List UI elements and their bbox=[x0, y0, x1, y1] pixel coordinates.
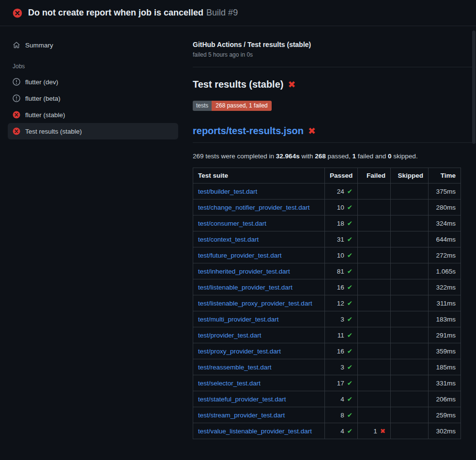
passed-cell: 10✔ bbox=[325, 247, 358, 263]
time-cell: 644ms bbox=[429, 231, 461, 247]
suite-link[interactable]: test/proxy_provider_test.dart bbox=[198, 348, 281, 355]
passed-cell: 3✔ bbox=[325, 311, 358, 327]
suite-link[interactable]: test/listenable_provider_test.dart bbox=[198, 284, 292, 291]
passed-count: 4 bbox=[340, 396, 344, 403]
time-cell: 272ms bbox=[429, 247, 461, 263]
passed-cell: 11✔ bbox=[325, 327, 358, 343]
suite-cell: test/stateful_provider_test.dart bbox=[193, 391, 325, 407]
fail-cross-icon: ✖ bbox=[308, 126, 316, 136]
results-table-body: test/builder_test.dart24✔375mstest/chang… bbox=[193, 184, 461, 439]
table-row: test/proxy_provider_test.dart16✔359ms bbox=[193, 343, 461, 359]
passed-count: 16 bbox=[337, 284, 344, 291]
failed-cell bbox=[358, 199, 391, 215]
suite-cell: test/proxy_provider_test.dart bbox=[193, 343, 325, 359]
report-link[interactable]: reports/test-results.json bbox=[193, 125, 304, 137]
table-row: test/future_provider_test.dart10✔272ms bbox=[193, 247, 461, 263]
sidebar-item-test-results-stable[interactable]: Test results (stable) bbox=[8, 123, 178, 139]
passed-count: 81 bbox=[337, 268, 344, 275]
table-row: test/inherited_provider_test.dart81✔1.06… bbox=[193, 263, 461, 279]
failed-cell bbox=[358, 279, 391, 295]
sidebar-item-label: Test results (stable) bbox=[25, 128, 82, 135]
suite-link[interactable]: test/change_notifier_provider_test.dart bbox=[198, 204, 309, 211]
suite-link[interactable]: test/value_listenable_provider_test.dart bbox=[198, 428, 312, 435]
summary-text: skipped. bbox=[392, 153, 418, 160]
suite-cell: test/future_provider_test.dart bbox=[193, 247, 325, 263]
suite-cell: test/listenable_provider_test.dart bbox=[193, 279, 325, 295]
check-icon: ✔ bbox=[347, 284, 353, 291]
table-row: test/selector_test.dart17✔331ms bbox=[193, 375, 461, 391]
time-cell: 206ms bbox=[429, 391, 461, 407]
sidebar-item-label: flutter (stable) bbox=[25, 111, 65, 119]
skipped-cell bbox=[391, 391, 429, 407]
check-icon: ✔ bbox=[347, 332, 353, 339]
suite-cell: test/stream_provider_test.dart bbox=[193, 407, 325, 423]
suite-link[interactable]: test/selector_test.dart bbox=[198, 380, 261, 387]
sidebar-item-label: Summary bbox=[25, 42, 53, 49]
suite-link[interactable]: test/builder_test.dart bbox=[198, 188, 257, 195]
suite-link[interactable]: test/future_provider_test.dart bbox=[198, 252, 282, 259]
passed-count: 31 bbox=[337, 236, 344, 243]
passed-count: 10 bbox=[337, 204, 344, 211]
passed-cell: 8✔ bbox=[325, 407, 358, 423]
sidebar-item-label: flutter (beta) bbox=[25, 95, 61, 102]
failed-cell bbox=[358, 184, 391, 199]
build-title: Do not create report when job is cancell… bbox=[28, 8, 203, 17]
passed-count: 8 bbox=[340, 412, 344, 419]
home-icon bbox=[13, 41, 20, 49]
passed-count: 10 bbox=[337, 252, 344, 259]
summary-failed-count: 1 bbox=[353, 153, 356, 160]
column-header-test-suite: Test suite bbox=[193, 168, 325, 184]
passed-cell: 31✔ bbox=[325, 231, 358, 247]
sidebar-item-summary[interactable]: Summary bbox=[8, 37, 178, 53]
time-cell: 359ms bbox=[429, 343, 461, 359]
failed-cell bbox=[358, 295, 391, 311]
check-icon: ✔ bbox=[347, 348, 353, 355]
scrollbar-thumb[interactable] bbox=[472, 31, 476, 144]
suite-link[interactable]: test/provider_test.dart bbox=[198, 332, 261, 339]
sidebar-item-flutter-dev[interactable]: flutter (dev) bbox=[8, 74, 178, 90]
suite-link[interactable]: test/multi_provider_test.dart bbox=[198, 316, 279, 323]
table-row: test/stateful_provider_test.dart4✔206ms bbox=[193, 391, 461, 407]
suite-link[interactable]: test/reassemble_test.dart bbox=[198, 364, 272, 371]
failed-cell bbox=[358, 327, 391, 343]
skipped-cell bbox=[391, 343, 429, 359]
failed-cell bbox=[358, 391, 391, 407]
table-row: test/listenable_provider_test.dart16✔322… bbox=[193, 279, 461, 295]
suite-link[interactable]: test/inherited_provider_test.dart bbox=[198, 268, 290, 275]
cross-icon: ✖ bbox=[380, 428, 385, 435]
summary-duration: 32.964s bbox=[276, 153, 300, 160]
suite-link[interactable]: test/listenable_proxy_provider_test.dart bbox=[198, 300, 312, 307]
suite-link[interactable]: test/consumer_test.dart bbox=[198, 220, 266, 227]
check-icon: ✔ bbox=[347, 316, 353, 323]
neutral-status-icon bbox=[13, 94, 20, 102]
main-content: GitHub Actions / Test results (stable) f… bbox=[193, 26, 476, 439]
suite-link[interactable]: test/stateful_provider_test.dart bbox=[198, 396, 286, 403]
divider bbox=[193, 67, 476, 67]
breadcrumb: GitHub Actions / Test results (stable) bbox=[193, 41, 476, 48]
section-heading: Test results (stable) ✖ bbox=[193, 79, 476, 90]
sidebar-item-flutter-beta[interactable]: flutter (beta) bbox=[8, 90, 178, 107]
failed-x-circle-icon bbox=[13, 8, 22, 18]
tests-status-badge: tests 268 passed, 1 failed bbox=[193, 101, 272, 111]
summary-text: failed and bbox=[356, 153, 388, 160]
skipped-cell bbox=[391, 231, 429, 247]
suite-link[interactable]: test/stream_provider_test.dart bbox=[198, 412, 285, 419]
check-icon: ✔ bbox=[347, 252, 353, 259]
suite-cell: test/value_listenable_provider_test.dart bbox=[193, 423, 325, 439]
suite-link[interactable]: test/context_test.dart bbox=[198, 236, 259, 243]
passed-count: 18 bbox=[337, 220, 344, 227]
fail-cross-icon: ✖ bbox=[288, 80, 295, 89]
table-row: test/context_test.dart31✔644ms bbox=[193, 231, 461, 247]
passed-count: 3 bbox=[340, 364, 344, 371]
suite-cell: test/provider_test.dart bbox=[193, 327, 325, 343]
skipped-cell bbox=[391, 215, 429, 231]
suite-cell: test/builder_test.dart bbox=[193, 184, 325, 199]
sidebar-item-flutter-stable[interactable]: flutter (stable) bbox=[8, 107, 178, 123]
skipped-cell bbox=[391, 375, 429, 391]
failed-cell bbox=[358, 359, 391, 375]
table-row: test/change_notifier_provider_test.dart1… bbox=[193, 199, 461, 215]
section-heading-text: Test results (stable) bbox=[193, 79, 283, 90]
check-icon: ✔ bbox=[347, 364, 353, 371]
run-status-text: failed 5 hours ago in 0s bbox=[193, 51, 476, 58]
passed-count: 11 bbox=[338, 332, 344, 339]
